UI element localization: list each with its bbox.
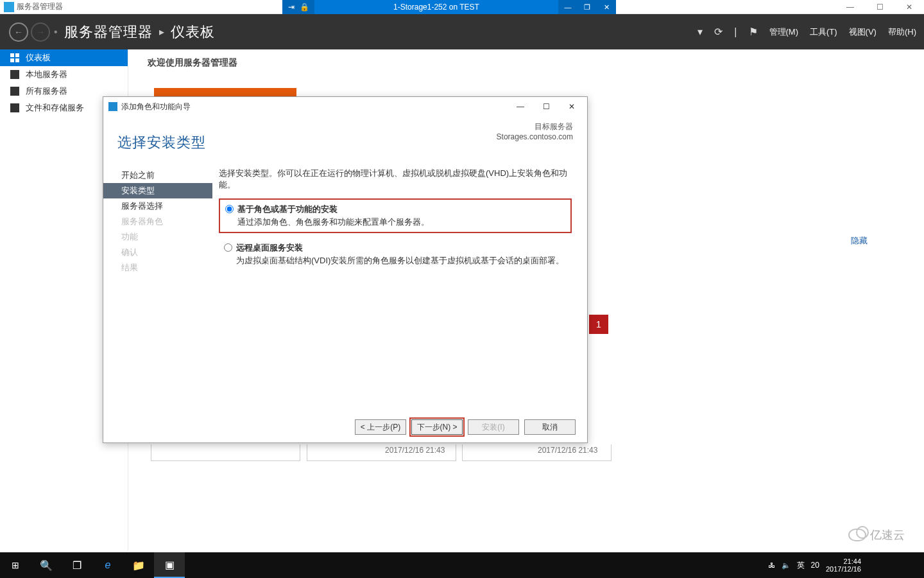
host-maximize-button[interactable]: ☐ [865, 0, 894, 14]
add-roles-wizard-dialog: 添加角色和功能向导 — ☐ ✕ 选择安装类型 目标服务器 Storages.co… [103, 96, 588, 443]
option-rds[interactable]: 远程桌面服务安装 为虚拟桌面基础结构(VDI)安装所需的角色服务以创建基于虚拟机… [219, 238, 572, 270]
alert-badge[interactable]: 1 [589, 315, 608, 334]
tray-ime2[interactable]: 20 [811, 561, 819, 570]
server-manager-icon [4, 2, 14, 12]
taskview-button[interactable]: ❐ [62, 552, 92, 578]
wizard-close-button[interactable]: ✕ [559, 98, 585, 115]
server-manager-header: ← → • 服务器管理器 ▸ 仪表板 ▾ ⟳ | ⚑ 管理(M) 工具(T) 视… [0, 14, 924, 49]
next-button[interactable]: 下一步(N) > [411, 419, 463, 435]
host-app-title: 服务器管理器 [17, 1, 63, 12]
watermark-icon [848, 529, 866, 541]
target-server: Storages.contoso.com [497, 132, 573, 141]
local-server-icon [10, 70, 19, 79]
wizard-nav-server-selection[interactable]: 服务器选择 [103, 198, 212, 214]
wizard-nav-confirm: 确认 [103, 245, 212, 260]
wizard-heading: 选择安装类型 [117, 121, 206, 152]
sidebar-item-label: 仪表板 [26, 52, 51, 64]
target-label: 目标服务器 [497, 121, 573, 132]
sidebar-item-label: 本地服务器 [26, 69, 67, 80]
tile-timestamp: 2017/12/16 21:43 [385, 446, 445, 455]
wizard-window-title: 添加角色和功能向导 [121, 101, 191, 112]
menu-view[interactable]: 视图(V) [849, 26, 877, 38]
dashboard-icon [10, 53, 19, 62]
sidebar-item-label: 所有服务器 [26, 85, 67, 97]
prev-button[interactable]: < 上一步(P) [355, 419, 406, 435]
tile-timestamp: 2017/12/16 21:43 [538, 446, 597, 455]
tray-clock[interactable]: 21:44 2017/12/16 [826, 557, 865, 573]
option-role-based-title: 基于角色或基于功能的安装 [237, 204, 338, 215]
tray-date: 2017/12/16 [826, 565, 861, 573]
breadcrumb-caret-icon: ▸ [159, 26, 164, 38]
welcome-heading: 欢迎使用服务器管理器 [135, 49, 924, 76]
option-role-based-radio[interactable] [225, 205, 234, 213]
install-button: 安装(I) [468, 419, 519, 435]
tray-ime[interactable]: 英 [797, 560, 805, 571]
option-role-based-desc: 通过添加角色、角色服务和功能来配置单个服务器。 [237, 216, 565, 228]
nav-back-button[interactable]: ← [9, 22, 28, 42]
sidebar-item-label: 文件和存储服务 [26, 102, 84, 114]
tile-edge [151, 444, 300, 461]
wizard-nav: 开始之前 安装类型 服务器选择 服务器角色 功能 确认 结果 [103, 164, 212, 408]
quickstart-accent [154, 88, 296, 97]
watermark-text: 亿速云 [870, 527, 905, 543]
header-sep: | [734, 26, 737, 38]
nav-forward-button[interactable]: → [31, 22, 50, 42]
wizard-nav-features: 功能 [103, 229, 212, 245]
wizard-nav-server-roles: 服务器角色 [103, 214, 212, 229]
option-role-based[interactable]: 基于角色或基于功能的安装 通过添加角色、角色服务和功能来配置单个服务器。 [219, 198, 572, 233]
breadcrumb-app[interactable]: 服务器管理器 [64, 22, 153, 42]
ie-icon[interactable]: e [92, 552, 123, 578]
notifications-flag-icon[interactable]: ⚑ [749, 26, 758, 38]
option-rds-radio[interactable] [224, 243, 232, 252]
search-button[interactable]: 🔍 [31, 552, 62, 578]
tray-volume-icon[interactable]: 🔈 [782, 561, 791, 570]
rdp-lock-icon[interactable]: 🔒 [300, 3, 309, 12]
rdp-pin-icon[interactable]: ⇥ [288, 3, 295, 12]
wizard-nav-install-type[interactable]: 安装类型 [103, 183, 212, 198]
rdp-restore-button[interactable]: ❐ [578, 0, 597, 14]
file-explorer-icon[interactable]: 📁 [123, 552, 154, 578]
rdp-session-title: 1-Storage1-252 on TEST [314, 3, 558, 12]
sidebar-item-dashboard[interactable]: 仪表板 [0, 49, 128, 66]
menu-help[interactable]: 帮助(H) [888, 26, 916, 38]
rdp-close-button[interactable]: ✕ [597, 0, 616, 14]
start-button[interactable]: ⊞ [0, 552, 31, 578]
hide-link[interactable]: 隐藏 [851, 235, 868, 247]
breadcrumb-page[interactable]: 仪表板 [171, 22, 215, 42]
file-storage-icon [10, 103, 19, 112]
wizard-nav-before-begin[interactable]: 开始之前 [103, 168, 212, 183]
sidebar-item-local-server[interactable]: 本地服务器 [0, 66, 128, 83]
all-servers-icon [10, 87, 19, 96]
rdp-minimize-button[interactable]: — [558, 0, 578, 14]
host-minimize-button[interactable]: — [835, 0, 865, 14]
rdp-connection-bar: ⇥ 🔒 1-Storage1-252 on TEST — ❐ ✕ [282, 0, 616, 14]
option-rds-title: 远程桌面服务安装 [236, 242, 303, 254]
wizard-nav-results: 结果 [103, 260, 212, 276]
tray-time: 21:44 [826, 557, 861, 565]
refresh-icon[interactable]: ⟳ [714, 26, 723, 38]
breadcrumb-bullet: • [54, 26, 58, 38]
wizard-maximize-button[interactable]: ☐ [533, 98, 559, 115]
wizard-icon [108, 102, 117, 111]
menu-tools[interactable]: 工具(T) [810, 26, 837, 38]
watermark: 亿速云 [848, 524, 905, 546]
host-close-button[interactable]: ✕ [894, 0, 924, 14]
menu-manage[interactable]: 管理(M) [769, 26, 799, 38]
server-manager-taskbar-icon[interactable]: ▣ [154, 552, 185, 578]
wizard-minimize-button[interactable]: — [508, 98, 533, 115]
cancel-button[interactable]: 取消 [524, 419, 576, 435]
wizard-intro-text: 选择安装类型。你可以在正在运行的物理计算机、虚拟机或脱机虚拟硬盘(VHD)上安装… [219, 168, 572, 191]
option-rds-desc: 为虚拟桌面基础结构(VDI)安装所需的角色服务以创建基于虚拟机或基于会话的桌面部… [236, 255, 567, 267]
taskbar: ⊞ 🔍 ❐ e 📁 ▣ 🖧 🔈 英 20 21:44 2017/12/16 [0, 552, 924, 578]
header-dropdown-icon[interactable]: ▾ [697, 26, 703, 38]
tray-network-icon[interactable]: 🖧 [768, 561, 775, 569]
